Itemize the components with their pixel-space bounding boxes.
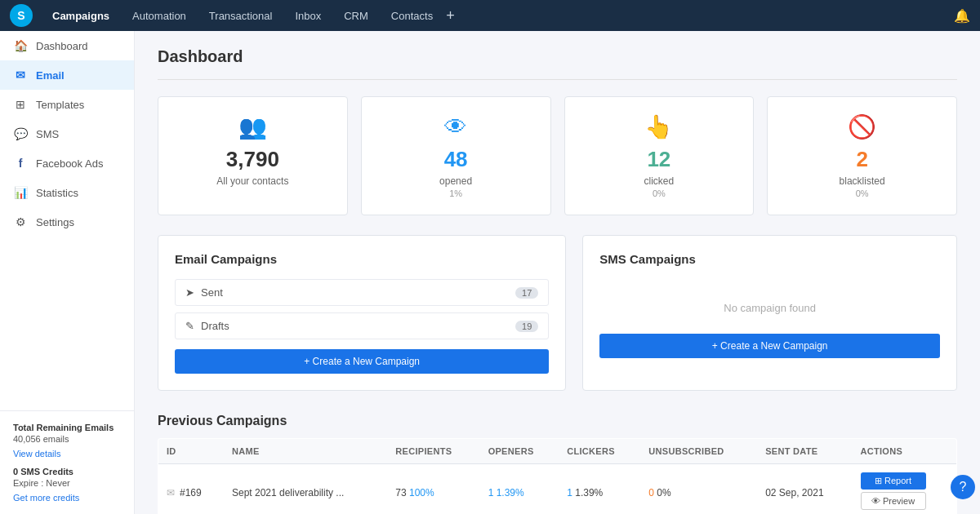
opened-stat-label: opened	[439, 175, 472, 187]
help-button[interactable]: ?	[951, 475, 975, 499]
settings-icon: ⚙	[13, 215, 28, 228]
campaigns-row: Email Campaigns ➤ Sent 17 ✎ Drafts 19 + …	[158, 235, 957, 391]
opened-stat-pct: 1%	[449, 188, 462, 198]
cell-unsubscribed: 0 0%	[640, 464, 757, 515]
blacklisted-stat-number: 2	[856, 147, 867, 172]
nav-automation[interactable]: Automation	[129, 8, 189, 24]
clicked-stat-number: 12	[647, 147, 670, 172]
stat-card-blacklisted: 🚫 2 blacklisted 0%	[767, 96, 957, 215]
sent-arrow-icon: ➤	[185, 286, 194, 299]
preview-button[interactable]: 👁 Preview	[861, 492, 926, 510]
sidebar-item-settings[interactable]: ⚙ Settings	[0, 207, 134, 237]
statistics-icon: 📊	[13, 186, 28, 199]
cell-id: ✉#169	[158, 464, 224, 515]
contacts-stat-label: All your contacts	[216, 175, 288, 187]
sidebar-item-facebook-ads[interactable]: f Facebook Ads	[0, 148, 134, 178]
app-logo[interactable]: S	[10, 4, 33, 27]
view-details-link[interactable]: View details	[13, 449, 61, 459]
opened-stat-number: 48	[444, 147, 468, 172]
col-recipients: RECIPIENTS	[387, 439, 479, 464]
sent-label-group: ➤ Sent	[185, 286, 223, 299]
drafts-campaigns-item[interactable]: ✎ Drafts 19	[175, 312, 549, 339]
blacklisted-stat-icon: 🚫	[848, 113, 876, 140]
sms-expire: Expire : Never	[13, 478, 121, 488]
cell-sent-date: 02 Sep, 2021	[757, 464, 852, 515]
sidebar-label-sms: SMS	[36, 128, 59, 140]
main-content: Dashboard 👥 3,790 All your contacts 👁 48…	[135, 31, 980, 514]
no-campaign-text: No campaign found	[599, 279, 940, 324]
stat-card-clicked: 👆 12 clicked 0%	[564, 96, 755, 215]
sidebar-remaining-emails: Total Remaining Emails 40,056 emails Vie…	[0, 410, 134, 514]
sidebar-item-templates[interactable]: ⊞ Templates	[0, 90, 134, 119]
clicked-stat-label: clicked	[644, 175, 675, 187]
contacts-stat-icon: 👥	[238, 113, 267, 140]
email-campaigns-title: Email Campaigns	[175, 252, 549, 266]
sidebar-item-dashboard[interactable]: 🏠 Dashboard	[0, 31, 134, 60]
cell-openers: 1 1.39%	[480, 464, 559, 515]
contacts-stat-number: 3,790	[226, 147, 279, 172]
create-email-campaign-button[interactable]: + Create a New Campaign	[175, 349, 549, 374]
clicked-stat-icon: 👆	[644, 113, 673, 140]
sms-campaigns-box: SMS Campaigns No campaign found + Create…	[582, 235, 957, 391]
email-row-icon: ✉	[167, 487, 175, 498]
cell-actions: ⊞ Report 👁 Preview	[853, 464, 957, 515]
drafts-count-badge: 19	[515, 321, 538, 332]
remaining-emails-count: 40,056 emails	[13, 434, 121, 444]
previous-campaigns-title: Previous Campaigns	[158, 414, 957, 428]
email-campaigns-box: Email Campaigns ➤ Sent 17 ✎ Drafts 19 + …	[158, 235, 566, 391]
title-divider	[158, 79, 957, 80]
col-unsubscribed: UNSUBSCRIBED	[640, 439, 757, 464]
drafts-label-group: ✎ Drafts	[185, 320, 229, 332]
cell-name: Sept 2021 deliverability ...	[224, 464, 387, 515]
app-layout: 🏠 Dashboard ✉ Email ⊞ Templates 💬 SMS f …	[0, 31, 980, 514]
sidebar-label-email: Email	[36, 69, 65, 82]
nav-contacts[interactable]: Contacts	[388, 8, 436, 24]
email-icon: ✉	[13, 69, 28, 82]
stats-row: 👥 3,790 All your contacts 👁 48 opened 1%…	[158, 96, 957, 215]
sidebar-item-email[interactable]: ✉ Email	[0, 60, 134, 90]
sent-campaigns-item[interactable]: ➤ Sent 17	[175, 279, 549, 306]
sidebar-label-statistics: Statistics	[36, 187, 78, 199]
cell-clickers: 1 1.39%	[559, 464, 640, 515]
sms-campaigns-title: SMS Campaigns	[599, 252, 940, 266]
sidebar-label-templates: Templates	[36, 99, 84, 111]
blacklisted-stat-pct: 0%	[856, 188, 869, 198]
sms-icon: 💬	[13, 127, 28, 140]
col-name: NAME	[224, 439, 387, 464]
opened-stat-icon: 👁	[444, 113, 467, 140]
dashboard-icon: 🏠	[13, 39, 28, 52]
nav-crm[interactable]: CRM	[341, 8, 372, 24]
drafts-label: Drafts	[201, 320, 229, 332]
sidebar-item-sms[interactable]: 💬 SMS	[0, 119, 134, 148]
sidebar-label-settings: Settings	[36, 216, 74, 228]
sent-count-badge: 17	[515, 287, 538, 299]
sidebar-item-statistics[interactable]: 📊 Statistics	[0, 178, 134, 207]
sidebar-label-dashboard: Dashboard	[36, 40, 88, 52]
remaining-emails-title: Total Remaining Emails	[13, 423, 121, 432]
col-actions: ACTIONS	[853, 439, 957, 464]
topnav: S Campaigns Automation Transactional Inb…	[0, 0, 980, 31]
cell-recipients: 73 100%	[387, 464, 479, 515]
stat-card-contacts: 👥 3,790 All your contacts	[158, 96, 348, 215]
sent-label: Sent	[201, 286, 223, 299]
create-sms-campaign-button[interactable]: + Create a New Campaign	[599, 334, 940, 358]
col-clickers: CLICKERS	[559, 439, 640, 464]
clicked-stat-pct: 0%	[653, 188, 666, 198]
get-more-credits-link[interactable]: Get more credits	[13, 493, 79, 503]
nav-add-icon[interactable]: +	[446, 7, 455, 24]
nav-inbox[interactable]: Inbox	[292, 8, 324, 24]
notification-bell-icon[interactable]: 🔔	[954, 8, 970, 24]
sidebar-label-facebook: Facebook Ads	[36, 157, 103, 170]
col-openers: OPENERS	[480, 439, 559, 464]
table-row: ✉#169 Sept 2021 deliverability ... 73 10…	[158, 464, 957, 515]
templates-icon: ⊞	[13, 98, 28, 111]
facebook-icon: f	[13, 157, 28, 170]
nav-transactional[interactable]: Transactional	[206, 8, 276, 24]
col-sent-date: SENT DATE	[757, 439, 852, 464]
stat-card-opened: 👁 48 opened 1%	[361, 96, 551, 215]
report-button[interactable]: ⊞ Report	[861, 472, 926, 490]
drafts-edit-icon: ✎	[185, 320, 194, 332]
nav-campaigns[interactable]: Campaigns	[49, 8, 113, 24]
sms-credits-title: 0 SMS Credits	[13, 467, 121, 476]
campaigns-table: ID NAME RECIPIENTS OPENERS CLICKERS UNSU…	[158, 438, 957, 514]
